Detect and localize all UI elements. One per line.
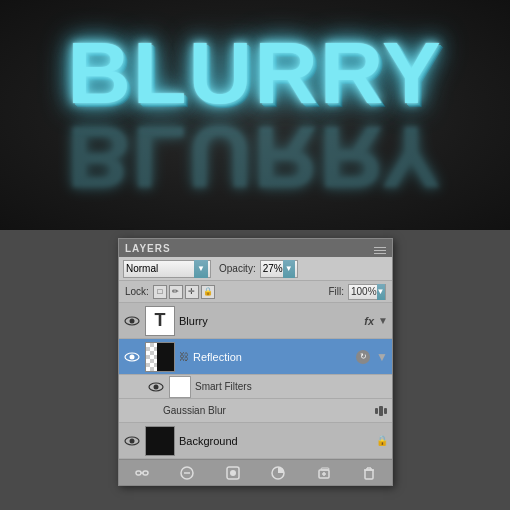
layer-name-smart-filters: Smart Filters [195,381,252,392]
layer-thumb-blurry: T [145,306,175,336]
layer-row-reflection[interactable]: ⛓ Reflection ↻ ▼ [119,339,392,375]
fill-input[interactable]: 100% ▼ [348,284,386,300]
blend-mode-arrow: ▼ [194,260,208,278]
svg-point-1 [130,318,135,323]
background-lock-icon: 🔒 [376,435,388,446]
layer-name-background: Background [179,435,372,447]
reflection-badge: ↻ [356,350,370,364]
layer-thumb-reflection [145,342,175,372]
opacity-value: 27% [263,263,283,274]
gaussian-blur-icon [374,404,388,418]
svg-point-3 [130,354,135,359]
add-style-button[interactable] [176,462,198,484]
fill-value: 100% [351,286,377,297]
blurry-text-display: BLURRY [67,22,442,124]
new-layer-button[interactable] [313,462,335,484]
blend-mode-select[interactable]: Normal ▼ [123,260,211,278]
layer-row-background[interactable]: Background 🔒 [119,423,392,459]
svg-point-17 [230,470,236,476]
svg-point-10 [130,438,135,443]
layers-toolbar: Normal ▼ Opacity: 27% ▼ [119,257,392,281]
add-mask-button[interactable] [222,462,244,484]
fill-label: Fill: [328,286,344,297]
chain-link-icon: ⛓ [179,351,189,362]
opacity-input[interactable]: 27% ▼ [260,260,298,278]
blend-mode-value: Normal [126,263,194,274]
lock-icons-group: □ ✏ ✛ 🔒 [153,285,215,299]
layer-name-reflection: Reflection [193,351,352,363]
svg-rect-12 [143,471,148,475]
layers-lock-row: Lock: □ ✏ ✛ 🔒 Fill: 100% ▼ [119,281,392,303]
svg-rect-8 [384,408,387,414]
fill-arrow: ▼ [377,284,385,300]
lock-all-icon[interactable]: 🔒 [201,285,215,299]
reflection-arrow[interactable]: ▼ [376,350,388,364]
layers-panel-title: LAYERS [125,243,171,254]
lock-position-icon[interactable]: ✛ [185,285,199,299]
svg-rect-23 [365,470,373,479]
layer-row-gaussian-blur[interactable]: Gaussian Blur [119,399,392,423]
delete-layer-button[interactable] [358,462,380,484]
layer-row-smart-filters[interactable]: Smart Filters [119,375,392,399]
svg-rect-11 [136,471,141,475]
lock-transparent-icon[interactable]: □ [153,285,167,299]
new-adjustment-button[interactable] [267,462,289,484]
opacity-arrow: ▼ [283,260,295,278]
fx-badge-blurry: fx [364,315,374,327]
lock-image-icon[interactable]: ✏ [169,285,183,299]
svg-rect-7 [379,406,383,416]
panel-menu-button[interactable] [374,243,388,257]
visibility-icon-background[interactable] [123,432,141,450]
link-layers-button[interactable] [131,462,153,484]
svg-point-5 [154,384,159,389]
svg-rect-20 [321,468,329,470]
layers-panel-header: LAYERS [119,239,392,257]
filter-thumb-smart [169,376,191,398]
fx-chevron-blurry[interactable]: ▼ [378,315,388,326]
visibility-icon-smart-filters[interactable] [147,378,165,396]
layer-row-blurry[interactable]: T Blurry fx ▼ [119,303,392,339]
layers-list: T Blurry fx ▼ ⛓ Reflection ↻ ▼ [119,303,392,459]
opacity-label: Opacity: [219,263,256,274]
layer-name-blurry: Blurry [179,315,360,327]
svg-rect-6 [375,408,378,414]
layer-name-gaussian-blur: Gaussian Blur [163,405,370,416]
visibility-icon-blurry[interactable] [123,312,141,330]
layers-footer [119,459,392,485]
lock-label: Lock: [125,286,149,297]
visibility-icon-reflection[interactable] [123,348,141,366]
layers-panel: LAYERS Normal ▼ Opacity: 27% ▼ Lock: □ ✏… [118,238,393,486]
canvas-area: BLURRY BLURRY [0,0,510,230]
layer-thumb-background [145,426,175,456]
